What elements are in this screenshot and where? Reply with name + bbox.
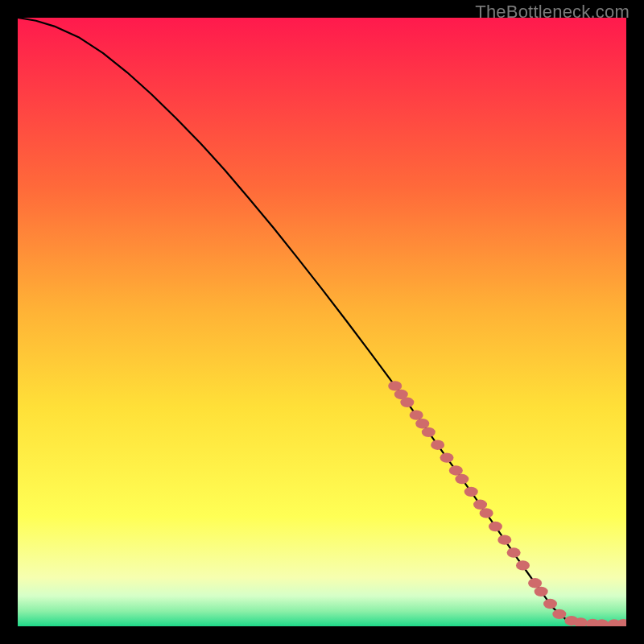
data-marker	[455, 474, 469, 484]
data-marker	[400, 398, 414, 407]
data-marker	[449, 465, 463, 475]
data-marker	[410, 410, 423, 419]
gradient-background	[18, 18, 626, 626]
data-marker	[422, 427, 436, 437]
data-marker	[507, 547, 521, 557]
data-marker	[388, 381, 402, 390]
data-marker	[489, 522, 502, 531]
data-marker	[552, 609, 566, 619]
plot-area	[18, 18, 626, 626]
data-marker	[473, 500, 487, 510]
data-marker	[516, 560, 530, 570]
data-marker	[464, 487, 478, 497]
data-marker	[440, 452, 453, 462]
chart-svg	[18, 18, 626, 626]
data-marker	[415, 419, 429, 428]
data-marker	[528, 578, 542, 588]
data-marker	[480, 508, 493, 518]
data-marker	[431, 440, 444, 450]
data-marker	[535, 587, 548, 597]
data-marker	[497, 535, 511, 544]
watermark-text: TheBottleneck.com	[475, 2, 630, 23]
data-marker	[543, 599, 557, 609]
chart-stage: TheBottleneck.com	[0, 0, 644, 644]
